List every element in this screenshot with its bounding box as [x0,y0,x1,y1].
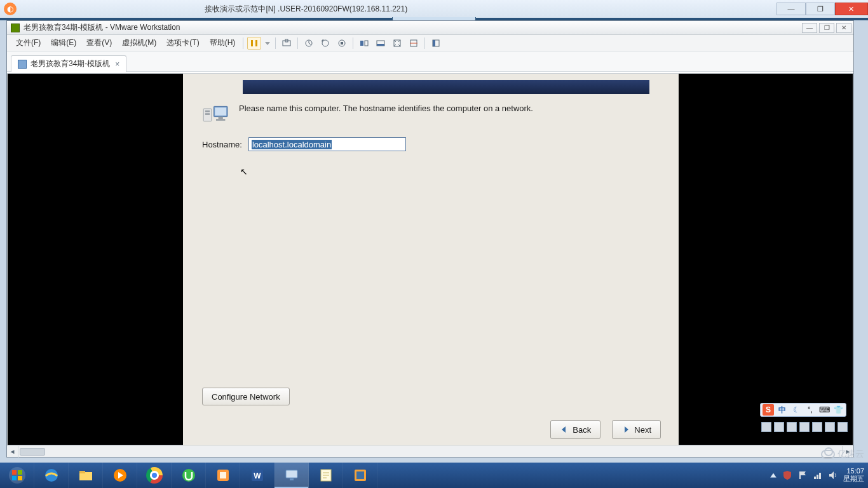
svg-point-26 [9,467,25,484]
toolbar-view-unity-button[interactable] [374,37,388,50]
tray-security-icon[interactable] [782,470,792,480]
svg-marker-2 [265,42,270,45]
ime-skin-icon[interactable]: 👕 [832,404,844,416]
monitor-icon [283,467,300,484]
menu-help[interactable]: 帮助(H) [205,36,241,50]
back-button[interactable]: Back [550,420,600,439]
vm-guest-display[interactable]: Please name this computer. The hostname … [7,73,853,445]
menu-vm[interactable]: 虚拟机(M) [117,36,161,50]
taskbar-app1-button[interactable] [206,463,240,488]
svg-rect-28 [18,470,22,475]
outer-maximize-button[interactable]: ❐ [806,3,835,15]
outer-minimize-button[interactable]: — [776,3,806,15]
toolbar-send-ctrlaltdel-button[interactable] [280,37,294,50]
svg-point-40 [152,473,157,478]
vmware-title: 老男孩教育34期-模版机 - VMware Workstation [24,22,180,33]
toolbar-snapshot-manager-button[interactable] [335,37,349,50]
tray-network-icon[interactable] [813,470,823,480]
menu-view[interactable]: 查看(V) [81,36,117,50]
start-button[interactable] [0,463,34,488]
ime-punct-icon[interactable]: °, [804,404,816,416]
menu-edit[interactable]: 编辑(E) [46,36,81,50]
svg-rect-43 [220,472,226,478]
taskbar-word-button[interactable]: W [240,463,275,488]
toolbar-stretch-button[interactable] [407,37,421,50]
vmware-minimize-button[interactable]: — [802,23,817,33]
toolbar-view-console-button[interactable] [357,37,371,50]
vm-tab[interactable]: 老男孩教育34期-模版机 × [11,55,126,72]
status-cd-icon[interactable] [774,422,784,432]
vmware-icon [352,467,369,484]
tray-volume-icon[interactable] [828,470,838,480]
taskbar-remote-viewer-button[interactable] [275,463,309,488]
outer-close-button[interactable]: ✕ [835,3,868,15]
status-display-icon[interactable] [837,422,848,432]
svg-rect-18 [205,111,210,112]
status-usb-icon[interactable] [799,422,810,432]
chrome-icon [146,467,163,484]
taskbar-explorer-button[interactable] [69,463,103,488]
ime-language-icon[interactable]: 中 [776,404,788,416]
vmware-app-icon [11,24,20,32]
taskbar-mediaplayer-button[interactable] [103,463,137,488]
taskbar-vmware-button[interactable] [343,463,377,488]
status-sound-icon[interactable] [812,422,822,432]
vmware-horizontal-scrollbar[interactable]: ◄ ► [7,445,853,457]
svg-rect-54 [817,475,818,479]
svg-text:W: W [254,471,261,480]
status-printer-icon[interactable] [825,422,835,432]
svg-rect-46 [286,470,297,478]
installer-message: Please name this computer. The hostname … [239,103,533,114]
svg-marker-24 [562,426,566,433]
installer-banner [243,80,649,94]
ime-toolbar[interactable]: S 中 ☾ °, ⌨ 👕 [760,403,846,417]
remote-viewer-titlebar: ◐ 接收演示或示范中[N] .USER-20160920FW(192.168.1… [0,0,868,18]
utorrent-icon [180,467,197,484]
windows-taskbar: W 15:07 星期五 [0,463,868,488]
app-icon [215,467,231,484]
back-label: Back [573,425,591,435]
vmware-close-button[interactable]: ✕ [836,23,851,33]
ime-softkb-icon[interactable]: ⌨ [818,404,830,416]
svg-rect-55 [819,473,821,479]
svg-rect-12 [377,44,384,46]
ime-engine-icon[interactable]: S [763,404,774,416]
svg-rect-23 [216,119,225,121]
menu-tabs[interactable]: 选项卡(T) [161,36,204,50]
configure-network-button[interactable]: Configure Network [202,388,290,405]
vmware-maximize-button[interactable]: ❐ [819,23,834,33]
svg-rect-10 [365,41,368,46]
next-button[interactable]: Next [612,420,661,439]
tray-show-hidden-button[interactable] [770,471,777,479]
status-hdd-icon[interactable] [761,422,771,432]
vm-tab-close-button[interactable]: × [115,60,119,69]
toolbar-snapshot-button[interactable] [302,37,316,50]
hscroll-thumb[interactable] [20,448,45,456]
ime-mode-icon[interactable]: ☾ [790,404,802,416]
arrow-left-icon [560,425,569,434]
hscroll-left-button[interactable]: ◄ [7,446,18,458]
toolbar-library-button[interactable] [429,37,443,50]
hostname-input[interactable]: localhost.localdomain [248,137,406,151]
notepad-icon [318,467,334,484]
menu-file[interactable]: 文件(F) [11,36,46,50]
taskbar-ie-button[interactable] [34,463,69,488]
taskbar-utorrent-button[interactable] [172,463,206,488]
taskbar-notepad-button[interactable] [309,463,343,488]
taskbar-chrome-button[interactable] [137,463,172,488]
vm-tab-label: 老男孩教育34期-模版机 [31,58,110,69]
hscroll-right-button[interactable]: ► [842,446,853,458]
svg-rect-30 [18,476,22,480]
tray-clock[interactable]: 15:07 星期五 [843,468,864,482]
media-player-icon [112,467,128,484]
svg-rect-47 [290,478,294,480]
remote-viewer-app-icon: ◐ [4,3,17,15]
vmware-menubar: 文件(F) 编辑(E) 查看(V) 虚拟机(M) 选项卡(T) 帮助(H) [7,35,853,51]
toolbar-snapshot-revert-button[interactable] [318,37,332,50]
vmware-status-icons [761,422,848,432]
tray-flag-icon[interactable] [797,470,808,480]
toolbar-power-dropdown[interactable] [264,37,271,50]
status-net-icon[interactable] [787,422,797,432]
toolbar-fullscreen-button[interactable] [390,37,404,50]
toolbar-pause-button[interactable] [247,37,261,50]
